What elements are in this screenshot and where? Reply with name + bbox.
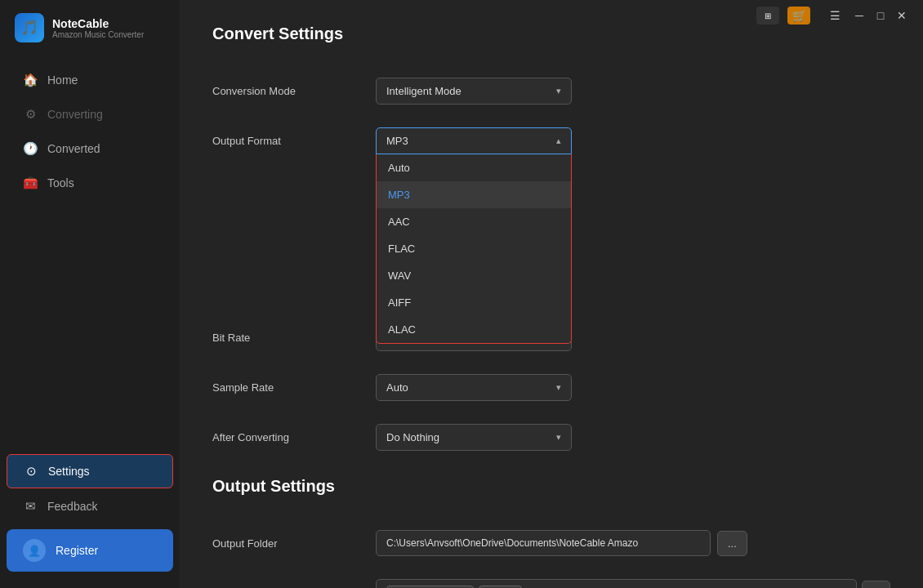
app-logo: 🎵 NoteCable Amazon Music Converter — [0, 0, 180, 56]
converted-icon: 🕐 — [23, 141, 38, 156]
conversion-mode-dropdown[interactable]: Intelligent Mode ▾ — [376, 78, 572, 105]
app-title: NoteCable — [52, 17, 144, 30]
app-subtitle: Amazon Music Converter — [52, 30, 144, 39]
sidebar-item-home-label: Home — [47, 74, 78, 87]
sample-rate-row: Sample Rate Auto ▾ — [212, 363, 890, 412]
conversion-mode-row: Conversion Mode Intelligent Mode ▾ — [212, 66, 890, 116]
sample-rate-value: Auto — [386, 381, 408, 394]
sidebar-item-feedback-label: Feedback — [47, 500, 97, 513]
output-folder-row: Output Folder C:\Users\Anvsoft\OneDrive\… — [212, 519, 890, 568]
sidebar-item-converting-label: Converting — [47, 108, 103, 121]
register-label: Register — [56, 544, 98, 557]
tools-icon: 🧰 — [23, 176, 38, 190]
output-format-row: Output Format MP3 ▴ Auto MP3 AAC FLAC WA… — [212, 116, 890, 166]
convert-settings-grid: Conversion Mode Intelligent Mode ▾ Outpu… — [212, 66, 890, 462]
main-nav: 🏠 Home ⚙ Converting 🕐 Converted 🧰 Tools — [0, 56, 180, 446]
filename-container: Track Number ✕ Title ✕ — [376, 579, 857, 588]
convert-settings-section: Convert Settings Conversion Mode Intelli… — [212, 24, 890, 462]
avatar: 👤 — [23, 539, 46, 562]
output-settings-section: Output Settings Output Folder C:\Users\A… — [212, 477, 890, 588]
add-tag-button[interactable]: + — [862, 581, 890, 588]
conversion-mode-control: Intelligent Mode ▾ — [376, 78, 890, 105]
sidebar-item-tools[interactable]: 🧰 Tools — [7, 167, 173, 199]
sample-rate-label: Sample Rate — [212, 381, 359, 394]
main-content: Convert Settings Conversion Mode Intelli… — [180, 0, 923, 588]
titlebar: ⊞ 🛒 ☰ ─ □ ✕ — [743, 0, 923, 31]
output-filename-control: Track Number ✕ Title ✕ + — [376, 579, 890, 588]
sidebar-item-settings-label: Settings — [48, 465, 90, 478]
sidebar-item-feedback[interactable]: ✉ Feedback — [7, 490, 173, 523]
sidebar-bottom: ⊙ Settings ✉ Feedback 👤 Register — [0, 446, 180, 588]
after-converting-dropdown[interactable]: Do Nothing ▾ — [376, 424, 572, 451]
output-format-arrow: ▴ — [556, 136, 561, 146]
conversion-mode-value: Intelligent Mode — [386, 85, 462, 97]
sidebar: 🎵 NoteCable Amazon Music Converter 🏠 Hom… — [0, 0, 180, 588]
format-option-aiff[interactable]: AIFF — [377, 289, 571, 316]
sidebar-item-converting[interactable]: ⚙ Converting — [7, 98, 173, 131]
format-option-flac[interactable]: FLAC — [377, 235, 571, 262]
sample-rate-control: Auto ▾ — [376, 374, 890, 401]
sidebar-item-settings[interactable]: ⊙ Settings — [7, 454, 173, 488]
sidebar-item-converted-label: Converted — [47, 142, 100, 155]
format-option-auto[interactable]: Auto — [377, 154, 571, 181]
output-format-value: MP3 — [386, 135, 408, 147]
output-folder-input[interactable]: C:\Users\Anvsoft\OneDrive\Documents\Note… — [376, 530, 711, 556]
apps-icon[interactable]: ⊞ — [756, 7, 779, 24]
output-folder-label: Output Folder — [212, 537, 359, 550]
bit-rate-label: Bit Rate — [212, 332, 359, 344]
conversion-mode-label: Conversion Mode — [212, 85, 359, 97]
after-converting-arrow: ▾ — [556, 432, 561, 443]
after-converting-label: After Converting — [212, 431, 359, 443]
converting-icon: ⚙ — [23, 107, 38, 122]
sample-rate-dropdown[interactable]: Auto ▾ — [376, 374, 572, 401]
after-converting-control: Do Nothing ▾ — [376, 424, 890, 451]
format-option-mp3[interactable]: MP3 — [377, 181, 571, 208]
conversion-mode-arrow: ▾ — [556, 86, 561, 96]
output-format-label: Output Format — [212, 135, 359, 147]
output-format-dropdown[interactable]: MP3 ▴ — [376, 127, 572, 154]
menu-icon[interactable]: ☰ — [823, 7, 846, 24]
output-folder-control: C:\Users\Anvsoft\OneDrive\Documents\Note… — [376, 530, 890, 556]
logo-icon: 🎵 — [15, 13, 44, 42]
sidebar-item-converted[interactable]: 🕐 Converted — [7, 132, 173, 165]
sidebar-item-tools-label: Tools — [47, 176, 74, 189]
home-icon: 🏠 — [23, 73, 38, 87]
output-settings-title: Output Settings — [212, 477, 890, 496]
sidebar-item-home[interactable]: 🏠 Home — [7, 64, 173, 96]
format-option-wav[interactable]: WAV — [377, 262, 571, 289]
output-filename-row: Output File Name Track Number ✕ Title ✕ … — [212, 568, 890, 588]
close-button[interactable]: ✕ — [894, 7, 910, 24]
format-option-alac[interactable]: ALAC — [377, 316, 571, 343]
sample-rate-arrow: ▾ — [556, 382, 561, 393]
browse-button[interactable]: ... — [717, 531, 747, 556]
after-converting-value: Do Nothing — [386, 431, 439, 443]
output-format-control: MP3 ▴ Auto MP3 AAC FLAC WAV AIFF ALAC — [376, 127, 890, 154]
minimize-button[interactable]: ─ — [851, 7, 867, 24]
after-converting-row: After Converting Do Nothing ▾ — [212, 412, 890, 462]
maximize-button[interactable]: □ — [872, 7, 889, 24]
format-option-aac[interactable]: AAC — [377, 208, 571, 235]
settings-icon: ⊙ — [24, 464, 38, 479]
cart-icon[interactable]: 🛒 — [787, 7, 810, 24]
output-format-menu: Auto MP3 AAC FLAC WAV AIFF ALAC — [376, 154, 572, 344]
feedback-icon: ✉ — [23, 499, 38, 514]
register-button[interactable]: 👤 Register — [7, 529, 173, 572]
output-settings-grid: Output Folder C:\Users\Anvsoft\OneDrive\… — [212, 519, 890, 588]
